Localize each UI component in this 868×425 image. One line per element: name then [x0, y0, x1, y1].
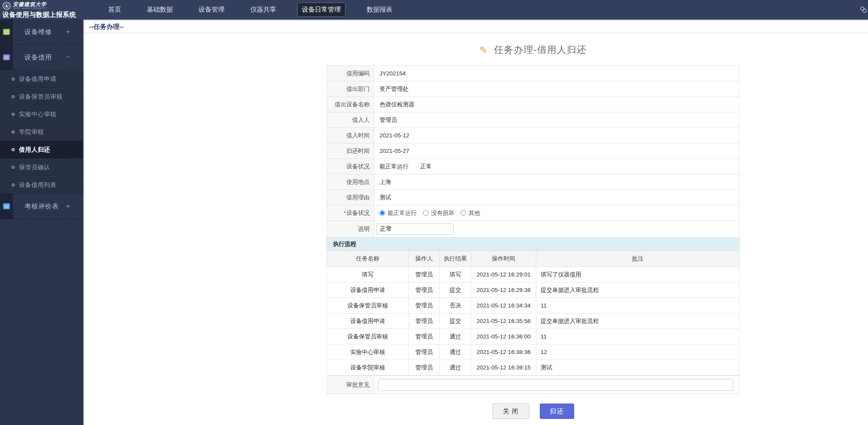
sidebar-item-1-0[interactable]: 设备借用申请: [0, 70, 83, 88]
flow-cell: 11: [536, 298, 740, 313]
nav-item-3[interactable]: 仪器共享: [246, 3, 281, 17]
note-label: 说明: [327, 221, 374, 238]
form-value: 测试: [374, 190, 740, 205]
sidebar-section-0[interactable]: 设备维修+: [0, 19, 83, 45]
sidebar-section-label: 设备借用: [13, 53, 66, 62]
flow-col-header: 批注: [536, 251, 740, 267]
flow-cell: 管理员: [409, 360, 440, 375]
sidebar: 设备维修+设备借用−设备借用申请设备保管员审核实验中心审核学院审核借用人归还保管…: [0, 19, 83, 425]
form-label: 借出部门: [327, 81, 374, 97]
sidebar-item-1-2[interactable]: 实验中心审核: [0, 105, 83, 123]
condition-radio-0[interactable]: [380, 210, 385, 216]
page-title: ✎任务办理-借用人归还: [327, 43, 740, 56]
flow-row-1: 设备借用申请管理员提交2021-05-12 16:29:38提交单据进入审批流程: [327, 282, 740, 298]
flow-cell: 否决: [440, 298, 471, 313]
sidebar-item-1-4[interactable]: 借用人归还: [0, 141, 83, 158]
top-navbar: 安徽建筑大学 ANHUI JIANZHU UNIVERSITY 设备使用与数据上…: [0, 0, 868, 19]
form-row-3: 借入人管理员: [327, 112, 740, 128]
flow-cell: 设备学院审核: [327, 360, 409, 375]
form-label: 借用编码: [327, 66, 374, 81]
collapse-icon: −: [66, 53, 83, 62]
form-value: 2021-05-12: [374, 128, 740, 143]
sidebar-item-label: 设备借用列表: [19, 181, 56, 189]
sidebar-section-label: 考核评价表: [13, 202, 66, 211]
condition-radio-label: 其他: [469, 209, 480, 217]
breadcrumb: --任务办理--: [84, 20, 868, 33]
form-row-2: 借出设备名称色谱仪检测器: [327, 97, 740, 112]
sidebar-item-1-6[interactable]: 设备借用列表: [0, 176, 83, 194]
return-button[interactable]: 归还: [540, 403, 574, 419]
bullet-icon: [12, 166, 15, 169]
approval-row: 审批意见: [327, 376, 740, 394]
sidebar-section-icon-col: [0, 194, 13, 219]
required-asterisk: *: [344, 210, 346, 216]
form-row-5: 归还时间2021-05-27: [327, 143, 740, 159]
nav-item-4[interactable]: 设备日常管理: [297, 3, 345, 17]
flow-cell: 11: [536, 329, 740, 344]
note-row: 说明: [327, 221, 740, 238]
sidebar-item-label: 实验中心审核: [19, 111, 56, 118]
form-row-8: 借用理由测试: [327, 190, 740, 205]
flow-row-0: 填写管理员填写2021-05-12 16:29:01填写了仪器借用: [327, 267, 740, 282]
approval-table: 审批意见: [327, 375, 740, 394]
nav-item-5[interactable]: 数据报表: [362, 3, 397, 17]
form-value: 2021-05-27: [374, 143, 740, 159]
expand-icon: +: [66, 202, 83, 211]
flow-row-3: 设备借用申请管理员提交2021-05-12 16:35:56提交单据进入审批流程: [327, 313, 740, 329]
bullet-icon: [12, 95, 15, 98]
flow-cell: 测试: [536, 360, 740, 375]
sidebar-item-1-3[interactable]: 学院审核: [0, 123, 83, 141]
bullet-icon: [12, 183, 15, 186]
menu-list-icon: [3, 54, 10, 60]
condition-label: *设备状况: [327, 205, 374, 221]
flow-col-header: 任务名称: [327, 251, 409, 267]
university-emblem-icon: [3, 2, 11, 10]
flow-cell: 管理员: [409, 313, 440, 329]
front-site-link[interactable]: 前: [860, 0, 868, 19]
flow-cell: 管理员: [409, 344, 440, 360]
flow-cell: 管理员: [409, 282, 440, 298]
app-logo: 安徽建筑大学 ANHUI JIANZHU UNIVERSITY 设备使用与数据上…: [0, 0, 83, 19]
condition-radio-1[interactable]: [423, 210, 429, 216]
menu-list-icon: [3, 203, 10, 209]
flow-cell: 填写: [327, 267, 409, 282]
sidebar-item-1-5[interactable]: 保管员确认: [0, 158, 83, 176]
sidebar-section-1[interactable]: 设备借用−: [0, 45, 83, 70]
condition-radio-2[interactable]: [460, 210, 466, 216]
sidebar-item-label: 设备保管员审核: [19, 93, 63, 101]
condition-radio-label: 没有损坏: [431, 209, 454, 217]
flow-col-header: 操作人: [409, 251, 440, 267]
form-value: 能正常运行 正常: [374, 159, 740, 174]
sidebar-item-label: 保管员确认: [19, 164, 50, 171]
sidebar-item-1-1[interactable]: 设备保管员审核: [0, 88, 83, 105]
note-input[interactable]: [376, 223, 454, 235]
pencil-icon: ✎: [479, 45, 488, 56]
detail-form-table: 借用编码JY202154借出部门资产管理处借出设备名称色谱仪检测器借入人管理员借…: [327, 65, 740, 238]
form-value: 资产管理处: [374, 81, 740, 97]
sidebar-item-label: 设备借用申请: [19, 75, 56, 83]
form-value: 色谱仪检测器: [374, 97, 740, 112]
flow-cell: 管理员: [409, 298, 440, 313]
flow-cell: 填写了仪器借用: [536, 267, 740, 282]
flow-cell: 设备保管员审核: [327, 329, 409, 344]
bullet-icon: [12, 78, 15, 81]
nav-item-0[interactable]: 首页: [103, 3, 126, 17]
approval-comment-input[interactable]: [378, 379, 733, 391]
flow-cell: 提交: [440, 282, 471, 298]
flow-cell: 2021-05-12 16:29:01: [471, 267, 536, 282]
sidebar-item-label: 借用人归还: [19, 146, 50, 154]
close-button[interactable]: 关 闭: [492, 403, 529, 419]
flow-cell: 通过: [440, 360, 471, 375]
flow-cell: 通过: [440, 329, 471, 344]
flow-cell: 填写: [440, 267, 471, 282]
form-label: 归还时间: [327, 143, 374, 159]
main-content: --任务办理-- ✎任务办理-借用人归还 借用编码JY202154借出部门资产管…: [83, 19, 868, 425]
sidebar-section-label: 设备维修: [13, 28, 66, 36]
bullet-icon: [12, 113, 15, 116]
nav-item-1[interactable]: 基础数据: [142, 3, 177, 17]
sidebar-section-2[interactable]: 考核评价表+: [0, 194, 83, 219]
nav-item-2[interactable]: 设备管理: [194, 3, 229, 17]
flow-cell: 设备保管员审核: [327, 298, 409, 313]
form-label: 借出设备名称: [327, 97, 374, 112]
condition-row: *设备状况能正常运行没有损坏其他: [327, 205, 740, 221]
